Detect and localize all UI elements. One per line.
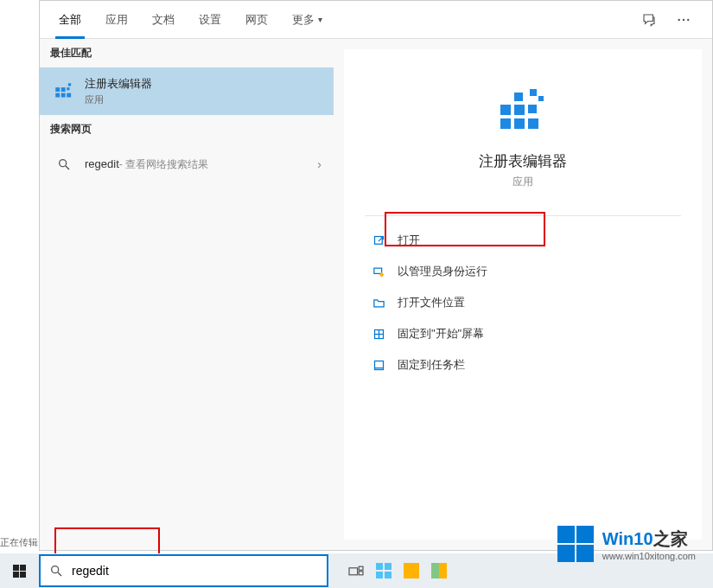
action-label: 固定到任务栏 [398,357,465,373]
result-regedit[interactable]: 注册表编辑器 应用 [40,67,334,115]
svg-rect-7 [67,93,71,97]
tab-label: 设置 [199,12,221,28]
svg-rect-17 [528,105,537,113]
svg-rect-12 [500,118,511,129]
watermark: Win10之家 www.win10xitong.com [557,526,696,562]
svg-rect-33 [376,563,383,570]
svg-line-29 [58,572,61,576]
tab-more[interactable]: 更多▾ [280,1,334,39]
svg-rect-38 [431,563,439,578]
action-label: 以管理员身份运行 [398,264,487,279]
search-icon [52,152,76,176]
tab-label: 文档 [152,12,175,28]
web-suffix: - 查看网络搜索结果 [119,157,208,172]
web-search-header: 搜索网页 [40,115,334,144]
svg-rect-3 [55,93,60,97]
svg-rect-21 [374,236,382,244]
svg-rect-14 [528,118,538,129]
web-query: regedit [85,157,119,170]
tab-web[interactable]: 网页 [233,1,280,39]
windows-logo-icon [557,526,594,562]
result-title: 注册表编辑器 [85,76,321,92]
svg-rect-16 [514,105,525,115]
search-input[interactable] [72,564,318,578]
svg-rect-22 [373,268,381,273]
result-sub: 应用 [85,93,321,106]
chevron-down-icon: ▾ [318,15,322,24]
action-pin-taskbar[interactable]: 固定到任务栏 [365,349,681,380]
svg-rect-20 [538,96,544,101]
svg-point-2 [687,18,689,20]
action-label: 固定到"开始"屏幕 [398,326,484,342]
svg-rect-31 [359,566,363,570]
svg-rect-18 [514,93,523,101]
tab-all[interactable]: 全部 [47,1,93,39]
app-icon[interactable] [401,560,422,581]
windows-icon [13,565,26,578]
action-open[interactable]: 打开 [365,225,681,256]
search-panel: 全部 应用 文档 设置 网页 更多▾ 最佳匹配 注册表编辑器 应用 [39,0,713,551]
tab-label: 网页 [245,12,268,28]
status-text: 正在传辑 [0,536,38,549]
actions-list: 打开 以管理员身份运行 打开文件位置 固定到"开始"屏幕 固定到任务栏 [365,225,681,380]
details-title: 注册表编辑器 [479,151,567,171]
folder-icon [370,297,387,310]
app-icon[interactable] [373,560,394,581]
taskview-icon[interactable] [346,560,366,581]
regedit-icon [52,80,76,104]
svg-rect-15 [500,105,511,115]
results-list: 最佳匹配 注册表编辑器 应用 搜索网页 regedit - 查看网络搜索结果 [40,39,334,550]
svg-line-11 [66,166,69,169]
svg-rect-19 [530,89,537,96]
details-sub: 应用 [512,175,533,189]
tabs-bar: 全部 应用 文档 设置 网页 更多▾ [40,1,712,39]
taskbar-search[interactable] [39,554,328,587]
start-button[interactable] [0,553,39,588]
divider [365,215,681,216]
best-match-header: 最佳匹配 [40,39,334,67]
tab-apps[interactable]: 应用 [93,1,140,39]
feedback-icon[interactable] [636,7,662,33]
svg-point-1 [683,18,684,20]
tab-docs[interactable]: 文档 [140,1,187,39]
watermark-suffix: 之家 [653,529,688,548]
svg-rect-6 [61,87,66,92]
svg-rect-34 [385,563,392,570]
svg-rect-37 [404,563,419,578]
svg-point-10 [60,160,67,167]
details-panel: 注册表编辑器 应用 打开 以管理员身份运行 打开文件位置 固定到" [344,49,702,540]
action-label: 打开文件位置 [398,295,465,310]
action-pin-start[interactable]: 固定到"开始"屏幕 [365,318,681,349]
ellipsis-icon[interactable] [671,7,697,33]
svg-rect-5 [55,87,60,92]
action-label: 打开 [398,233,420,248]
regedit-large-icon [495,84,551,139]
tab-label: 应用 [105,12,128,28]
action-open-location[interactable]: 打开文件位置 [365,287,681,318]
svg-point-28 [52,566,59,573]
svg-rect-8 [67,87,69,90]
watermark-url: www.win10xitong.com [602,551,696,561]
pin-taskbar-icon [370,359,387,372]
result-web-search[interactable]: regedit - 查看网络搜索结果 › [40,144,334,185]
svg-rect-30 [349,568,358,575]
svg-point-0 [678,18,680,20]
svg-rect-39 [439,563,447,578]
search-icon [49,564,63,578]
tab-settings[interactable]: 设置 [187,1,233,39]
open-icon [370,234,387,247]
svg-rect-13 [514,118,525,129]
tab-label: 全部 [59,12,81,28]
chevron-right-icon: › [317,157,321,171]
svg-rect-35 [376,572,383,578]
svg-rect-32 [359,572,363,575]
admin-icon [370,265,387,278]
app-icon[interactable] [429,560,449,581]
svg-rect-9 [68,83,71,86]
watermark-brand: Win10 [602,529,653,548]
action-run-admin[interactable]: 以管理员身份运行 [365,256,681,287]
taskbar-apps [346,560,449,581]
tab-label: 更多 [292,12,315,28]
svg-rect-36 [385,572,392,578]
svg-rect-4 [61,93,66,97]
